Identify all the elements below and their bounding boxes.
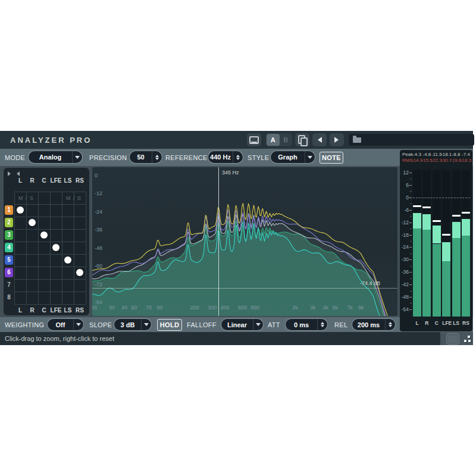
peak-hold-marker <box>413 205 421 207</box>
chevron-down-icon <box>305 151 315 163</box>
preset-name-field[interactable] <box>349 134 474 146</box>
db-axis-label: -48 <box>95 245 102 251</box>
grid-line <box>14 192 86 192</box>
matrix-row-chip[interactable]: 6 <box>5 268 13 277</box>
style-label: STYLE <box>248 154 269 161</box>
matrix-row-chip[interactable]: 8 <box>5 293 13 302</box>
detach-icon <box>249 136 259 144</box>
reference-value: 440 Hz <box>208 154 233 161</box>
att-stepper[interactable]: 0 ms <box>286 319 327 330</box>
grid-line <box>14 242 86 242</box>
resize-grip-icon[interactable] <box>464 340 466 342</box>
mode-select[interactable]: Analog <box>29 151 82 163</box>
resize-grip-icon[interactable] <box>468 336 470 338</box>
meter-scale-tick <box>410 278 412 279</box>
meter-bar-peak <box>442 242 450 261</box>
meter-scale-tick <box>410 178 412 179</box>
freq-axis-label: 200 <box>187 305 202 311</box>
meter-scale-tick <box>409 185 412 186</box>
preset-a-button[interactable]: A <box>267 134 280 146</box>
peak-value: -11.5 <box>431 152 442 157</box>
precision-stepper[interactable]: 50 <box>130 151 162 163</box>
falloff-select[interactable]: Linear <box>221 319 263 330</box>
slope-select[interactable]: 3 dB <box>114 319 151 330</box>
meter-scale-tick <box>410 241 412 242</box>
meter-scale-label: -36 <box>400 269 409 275</box>
detach-button[interactable] <box>247 133 261 146</box>
meter-scale-label: -6 <box>400 207 409 213</box>
peak-hold-marker <box>452 215 461 217</box>
matrix-row-chip[interactable]: 3 <box>5 230 13 240</box>
hold-button[interactable]: HOLD <box>157 319 182 331</box>
db-axis-label: -72 <box>95 281 102 287</box>
peak-value: -18.1 <box>441 152 452 157</box>
falloff-label: FALLOFF <box>187 321 217 328</box>
meter-scale-tick <box>410 191 412 192</box>
routing-dot[interactable] <box>52 244 60 251</box>
db-axis-label: -60 <box>95 263 102 269</box>
reference-stepper[interactable]: 440 Hz <box>208 151 243 163</box>
falloff-value: Linear <box>221 321 253 328</box>
grid-line <box>14 192 15 304</box>
crosshair-horizontal-line <box>92 288 397 289</box>
meter-channel-label: LS <box>452 320 461 326</box>
matrix-row-chip[interactable]: 5 <box>5 255 13 265</box>
meter-bar-rms <box>452 238 461 317</box>
prev-preset-button[interactable] <box>312 133 327 146</box>
peak-hold-marker <box>442 234 450 236</box>
meter-bar-peak <box>413 213 421 228</box>
routing-dot[interactable] <box>29 219 36 226</box>
freq-axis-label: 9k <box>353 305 368 311</box>
grid-line <box>14 229 86 230</box>
grid-line <box>38 192 39 304</box>
meter-scale-tick <box>410 203 412 204</box>
meter-scale-tick <box>409 235 412 236</box>
weighting-label: WEIGHTING <box>5 321 44 328</box>
meter-scale-tick <box>409 309 412 310</box>
copy-button[interactable] <box>295 133 309 146</box>
meter-bar-rms <box>433 244 441 317</box>
mode-value: Analog <box>29 154 72 161</box>
style-select[interactable]: Graph <box>271 151 315 163</box>
routing-dot[interactable] <box>64 256 71 264</box>
next-preset-button[interactable] <box>330 133 344 146</box>
meter-scale-label: 12 <box>400 170 409 176</box>
note-button[interactable]: NOTE <box>320 152 343 164</box>
meter-bar-peak <box>452 222 461 238</box>
peak-readout-label: Peak <box>402 152 413 157</box>
peak-hold-marker <box>433 220 441 222</box>
routing-dot[interactable] <box>40 231 48 239</box>
graph-panel[interactable]: 345 Hz -74.4 dB 0-12-24-36-48-60-72-8420… <box>92 167 397 316</box>
weighting-select[interactable]: Off <box>48 319 83 330</box>
routing-dot[interactable] <box>76 269 83 276</box>
preset-b-button[interactable]: B <box>280 134 293 146</box>
meter-scale-label: -42 <box>400 281 409 287</box>
freq-axis-label: 800 <box>248 305 262 311</box>
meter-panel: PeakRMS-4.3-4.8-11.5-18.1-8.8-7.4-14.9-1… <box>400 150 472 331</box>
chevron-down-icon <box>72 151 82 163</box>
matrix-row-chip[interactable]: 4 <box>5 243 13 252</box>
grid-line <box>14 304 86 305</box>
meter-channel-label: RS <box>462 320 470 326</box>
routing-dot[interactable] <box>17 206 24 214</box>
collapse-matrix-icon[interactable] <box>8 171 20 176</box>
grid-line <box>14 254 86 255</box>
att-value: 0 ms <box>286 321 317 328</box>
meter-scale-tick <box>409 210 412 211</box>
meter-scale-label: -54 <box>400 306 409 312</box>
copy-icon <box>298 135 305 144</box>
matrix-row-chip[interactable]: 2 <box>5 218 13 227</box>
matrix-row-chip[interactable]: 7 <box>5 280 13 290</box>
matrix-col-footer: LS <box>62 307 74 314</box>
corner-button[interactable] <box>446 333 459 345</box>
meter-scale-tick <box>410 266 412 267</box>
rel-value: 200 ms <box>352 321 385 328</box>
matrix-row-chip[interactable]: 1 <box>5 205 13 215</box>
chevron-down-icon <box>253 319 263 330</box>
meter-scale-label: -30 <box>400 256 409 262</box>
weighting-value: Off <box>48 321 73 328</box>
resize-grip-icon[interactable] <box>468 340 471 342</box>
stepper-icon <box>317 319 327 330</box>
db-axis-label: -12 <box>95 190 102 196</box>
rel-stepper[interactable]: 200 ms <box>352 319 395 330</box>
